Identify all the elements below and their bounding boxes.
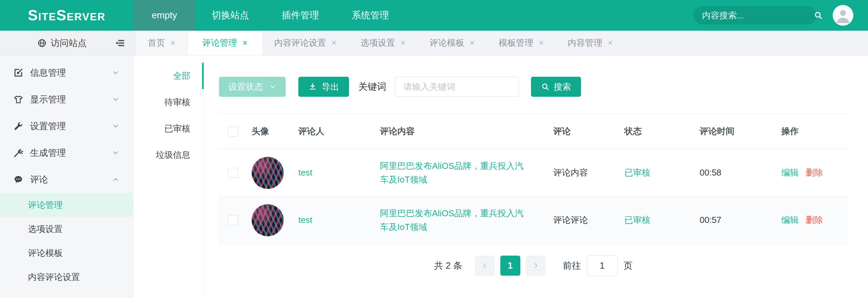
toolbar: 设置状态 导出 关键词 搜索 bbox=[219, 77, 581, 97]
sidebar-item-comment-template[interactable]: 评论模板 bbox=[0, 241, 133, 265]
comment-content-link[interactable]: 阿里巴巴发布AliOS品牌，重兵投入汽车及IoT领域 bbox=[380, 207, 532, 234]
status-badge: 已审核 bbox=[624, 214, 700, 226]
table-row: test 阿里巴巴发布AliOS品牌，重兵投入汽车及IoT领域 评论评论 已审核… bbox=[218, 196, 848, 244]
tab-home[interactable]: 首页 × bbox=[135, 31, 188, 55]
status-badge: 已审核 bbox=[624, 167, 700, 179]
tab-template-management[interactable]: 模板管理 × bbox=[487, 31, 556, 55]
visit-site-link[interactable]: 访问站点 bbox=[51, 37, 87, 49]
topnav-system-management[interactable]: 系统管理 bbox=[335, 0, 405, 31]
commenter-avatar bbox=[252, 157, 284, 189]
download-icon bbox=[308, 82, 317, 91]
chevron-right-icon bbox=[532, 262, 540, 270]
page-number-button[interactable]: 1 bbox=[500, 255, 520, 276]
search-button[interactable]: 搜索 bbox=[531, 77, 581, 97]
col-avatar: 头像 bbox=[252, 126, 298, 137]
set-status-button[interactable]: 设置状态 bbox=[219, 77, 286, 97]
table-header-row: 头像 评论人 评论内容 评论 状态 评论时间 操作 bbox=[218, 113, 848, 149]
tab-comment-template[interactable]: 评论模板 × bbox=[418, 31, 487, 55]
topnav-plugin-management[interactable]: 插件管理 bbox=[265, 0, 335, 31]
close-icon[interactable]: × bbox=[401, 38, 406, 48]
row-checkbox[interactable] bbox=[228, 168, 238, 178]
edit-link[interactable]: 编辑 bbox=[781, 167, 799, 178]
close-icon[interactable]: × bbox=[470, 38, 475, 48]
sidebar-item-content-comment-settings[interactable]: 内容评论设置 bbox=[0, 265, 133, 289]
chevron-down-icon bbox=[112, 96, 120, 104]
user-avatar[interactable] bbox=[833, 5, 853, 26]
sidebar-item-generate-management[interactable]: 生成管理 bbox=[0, 139, 133, 166]
chevron-down-icon bbox=[112, 122, 120, 130]
close-icon[interactable]: × bbox=[242, 38, 247, 48]
col-time: 评论时间 bbox=[700, 126, 781, 137]
sidebar-item-info-management[interactable]: 信息管理 bbox=[0, 59, 133, 86]
comment-content-link[interactable]: 阿里巴巴发布AliOS品牌，重兵投入汽车及IoT领域 bbox=[380, 159, 532, 186]
prev-page-button[interactable] bbox=[475, 255, 495, 276]
keyword-input[interactable] bbox=[395, 77, 519, 97]
next-page-button[interactable] bbox=[526, 255, 546, 276]
edit-link[interactable]: 编辑 bbox=[781, 215, 799, 225]
goto-page-input[interactable] bbox=[587, 255, 618, 276]
top-bar: SiteServer empty 切换站点 插件管理 系统管理 bbox=[0, 0, 868, 31]
tab-content-management[interactable]: 内容管理 × bbox=[556, 31, 625, 55]
comments-table: 头像 评论人 评论内容 评论 状态 评论时间 操作 test 阿里巴巴发布Ali… bbox=[218, 113, 848, 244]
topbar-spacer bbox=[405, 0, 693, 31]
row-checkbox[interactable] bbox=[228, 215, 238, 225]
col-actions: 操作 bbox=[781, 126, 848, 137]
chevron-up-icon bbox=[112, 175, 120, 184]
close-icon[interactable]: × bbox=[539, 38, 544, 48]
col-comment: 评论 bbox=[553, 126, 624, 137]
content-search-box[interactable] bbox=[693, 6, 817, 25]
edit-square-icon bbox=[13, 68, 23, 78]
comment-type: 评论内容 bbox=[553, 167, 624, 179]
page-unit-label: 页 bbox=[624, 260, 633, 272]
filter-all[interactable]: 全部 bbox=[133, 63, 203, 89]
table-row: test 阿里巴巴发布AliOS品牌，重兵投入汽车及IoT领域 评论内容 已审核… bbox=[218, 149, 848, 196]
filter-spam[interactable]: 垃圾信息 bbox=[133, 142, 203, 168]
logo-area: SiteServer bbox=[0, 0, 133, 31]
comment-filter-nav: 全部 待审核 已审核 垃圾信息 bbox=[133, 55, 203, 298]
sidebar: 访问站点 信息管理 bbox=[0, 31, 133, 298]
current-site-label: empty bbox=[152, 10, 177, 21]
main-content: 设置状态 导出 关键词 搜索 bbox=[204, 55, 868, 298]
content-search-input[interactable] bbox=[702, 10, 814, 21]
select-all-checkbox[interactable] bbox=[228, 127, 238, 136]
goto-label: 前往 bbox=[563, 260, 581, 272]
sidebar-item-comment-management[interactable]: 评论管理 bbox=[0, 193, 133, 217]
commenter-name[interactable]: test bbox=[298, 215, 380, 225]
tab-comment-management[interactable]: 评论管理 × bbox=[188, 31, 262, 55]
filter-approved[interactable]: 已审核 bbox=[133, 115, 203, 142]
close-icon[interactable]: × bbox=[331, 38, 336, 48]
sidebar-header: 访问站点 bbox=[0, 31, 133, 55]
close-icon[interactable]: × bbox=[608, 38, 613, 48]
comment-time: 00:58 bbox=[700, 167, 781, 178]
chevron-down-icon bbox=[112, 69, 120, 77]
delete-link[interactable]: 删除 bbox=[806, 167, 823, 178]
magic-wand-icon bbox=[13, 148, 23, 158]
delete-link[interactable]: 删除 bbox=[806, 215, 823, 225]
topnav-switch-site[interactable]: 切换站点 bbox=[195, 0, 265, 31]
comment-time: 00:57 bbox=[700, 215, 781, 225]
keyword-label: 关键词 bbox=[358, 80, 386, 93]
sidebar-item-comments[interactable]: 评论 bbox=[0, 166, 133, 193]
current-site-button[interactable]: empty bbox=[133, 0, 195, 31]
commenter-name[interactable]: test bbox=[298, 167, 380, 178]
export-button[interactable]: 导出 bbox=[298, 77, 349, 97]
col-commenter: 评论人 bbox=[298, 126, 380, 137]
tab-option-settings[interactable]: 选项设置 × bbox=[349, 31, 418, 55]
close-icon[interactable]: × bbox=[170, 38, 175, 48]
sidebar-item-display-management[interactable]: 显示管理 bbox=[0, 86, 133, 113]
select-all-cell bbox=[218, 127, 252, 136]
sidebar-item-option-settings[interactable]: 选项设置 bbox=[0, 217, 133, 241]
chevron-left-icon bbox=[481, 262, 489, 270]
commenter-avatar bbox=[252, 204, 284, 236]
col-status: 状态 bbox=[624, 126, 700, 137]
sidebar-item-settings-management[interactable]: 设置管理 bbox=[0, 113, 133, 139]
pagination: 共 2 条 1 前往 页 bbox=[218, 255, 848, 276]
total-count: 共 2 条 bbox=[434, 260, 462, 272]
tab-content-comment-settings[interactable]: 内容评论设置 × bbox=[262, 31, 348, 55]
collapse-sidebar-icon[interactable] bbox=[115, 38, 125, 48]
chevron-down-icon bbox=[112, 149, 120, 157]
filter-pending[interactable]: 待审核 bbox=[133, 89, 203, 115]
top-nav: 切换站点 插件管理 系统管理 bbox=[195, 0, 405, 31]
search-icon[interactable] bbox=[814, 11, 823, 20]
wrench-icon bbox=[13, 121, 23, 131]
